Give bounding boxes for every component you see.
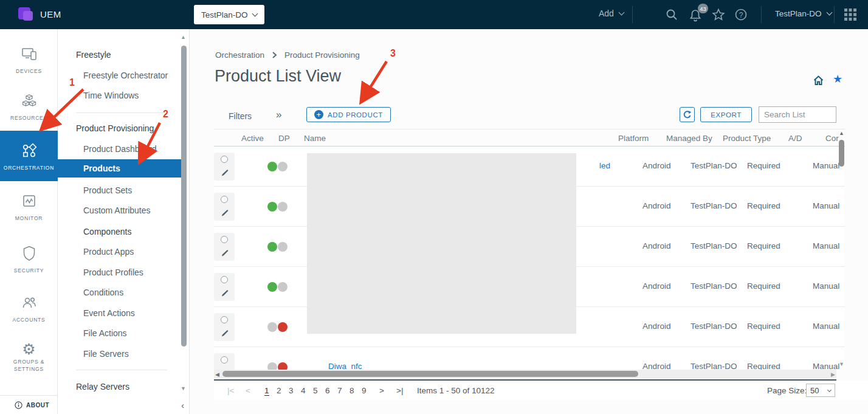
add-product-button[interactable]: + ADD PRODUCT: [306, 107, 391, 122]
edit-pencil-icon[interactable]: [220, 249, 229, 258]
help-icon[interactable]: ?: [734, 8, 748, 21]
row-radio[interactable]: [221, 236, 228, 243]
nav-item-conditions[interactable]: Conditions: [83, 288, 123, 297]
first-page-button[interactable]: |<: [227, 386, 234, 395]
row-tools[interactable]: [214, 353, 235, 370]
breadcrumb-orchestration[interactable]: Orchestration: [215, 50, 264, 60]
nav-item-product-profiles[interactable]: Product Profiles: [83, 267, 143, 277]
page-1[interactable]: 1: [264, 386, 269, 396]
sidebar-item-groups-settings[interactable]: ⚙ GROUPS & SETTINGS: [0, 341, 58, 373]
page-6[interactable]: 6: [325, 386, 330, 395]
row-tools[interactable]: [214, 193, 235, 221]
page-7[interactable]: 7: [337, 386, 342, 395]
edit-pencil-icon[interactable]: [220, 209, 229, 218]
sidebar-item-resources[interactable]: RESOURCES: [0, 93, 58, 121]
sidebar-item-security[interactable]: SECURITY: [0, 245, 58, 274]
col-platform[interactable]: Platform: [618, 134, 649, 143]
next-page-button[interactable]: >: [379, 386, 384, 395]
row-tools[interactable]: [214, 273, 235, 301]
row-radio[interactable]: [221, 276, 228, 283]
page-8[interactable]: 8: [350, 386, 354, 395]
nav-item-freestyle-orchestrator[interactable]: Freestyle Orchestrator: [83, 71, 168, 80]
row-tools[interactable]: [214, 313, 235, 341]
nav-item-time-windows[interactable]: Time Windows: [83, 91, 139, 100]
sidebar-item-accounts[interactable]: ACCOUNTS: [0, 295, 58, 323]
filters-expand-icon[interactable]: »: [276, 109, 281, 121]
edit-pencil-icon[interactable]: [220, 329, 229, 338]
row-radio[interactable]: [221, 156, 228, 163]
cell-platform: Android: [642, 241, 671, 250]
horizontal-scrollbar-thumb[interactable]: [222, 371, 638, 377]
nav-item-products[interactable]: Products: [58, 159, 184, 178]
nav-item-product-sets[interactable]: Product Sets: [83, 185, 132, 195]
organization-group-selector[interactable]: TestPlan-DO: [194, 5, 264, 24]
row-tools[interactable]: [214, 153, 235, 181]
nav-scrollbar-thumb[interactable]: [181, 46, 187, 347]
home-icon[interactable]: [813, 75, 824, 85]
collapse-nav-icon[interactable]: ‹: [181, 400, 184, 410]
uem-logo-icon: [18, 6, 35, 23]
col-ad[interactable]: A/D: [788, 134, 802, 143]
col-dp[interactable]: DP: [278, 134, 290, 143]
nav-item-custom-attributes[interactable]: Custom Attributes: [83, 205, 151, 215]
scroll-up-icon[interactable]: ▲: [181, 34, 186, 40]
col-managed-by[interactable]: Managed By: [666, 134, 712, 143]
scroll-up-icon[interactable]: ▲: [839, 130, 844, 136]
nav-item-product-dashboard[interactable]: Product Dashboard: [83, 144, 157, 154]
row-radio[interactable]: [221, 356, 228, 364]
active-status-dot[interactable]: [267, 162, 277, 171]
col-active[interactable]: Active: [241, 134, 264, 143]
page-2[interactable]: 2: [277, 386, 281, 395]
horizontal-scrollbar[interactable]: ◀ ▶: [214, 370, 836, 378]
page-5[interactable]: 5: [313, 386, 318, 395]
nav-item-file-actions[interactable]: File Actions: [83, 328, 127, 338]
search-list-input[interactable]: [759, 106, 836, 123]
app-grid-icon[interactable]: [844, 8, 857, 21]
row-radio[interactable]: [221, 196, 228, 203]
nav-item-file-servers[interactable]: File Servers: [83, 349, 129, 359]
edit-pencil-icon[interactable]: [220, 168, 229, 178]
favorites-star-icon[interactable]: [712, 8, 725, 21]
favorite-star-icon[interactable]: ★: [833, 72, 842, 86]
table-row[interactable]: Diwa_nfc Android TestPlan-DO Required Ma…: [214, 347, 845, 370]
page-3[interactable]: 3: [289, 386, 294, 395]
col-product-type[interactable]: Product Type: [723, 134, 771, 143]
scroll-down-icon[interactable]: ▼: [181, 385, 186, 392]
product-name-tail[interactable]: led: [599, 161, 610, 170]
scroll-right-icon[interactable]: ▶: [831, 371, 835, 378]
breadcrumb-product-provisioning[interactable]: Product Provisioning: [284, 50, 360, 60]
last-page-button[interactable]: >|: [396, 386, 403, 395]
export-button[interactable]: EXPORT: [700, 107, 752, 122]
sidebar-item-devices[interactable]: DEVICES: [0, 46, 58, 74]
product-name-link[interactable]: Diwa_nfc: [328, 362, 362, 370]
active-status-dot[interactable]: [267, 202, 277, 212]
vertical-scrollbar-thumb[interactable]: [839, 140, 844, 167]
nav-item-product-apps[interactable]: Product Apps: [83, 247, 134, 257]
row-tools[interactable]: [214, 233, 235, 261]
scroll-left-icon[interactable]: ◀: [215, 371, 219, 378]
refresh-button[interactable]: [680, 107, 695, 122]
page-size-select[interactable]: 50: [806, 384, 835, 397]
prev-page-button[interactable]: <: [246, 386, 250, 395]
account-selector[interactable]: TestPlan-DO: [775, 9, 832, 18]
active-status-dot[interactable]: [267, 282, 277, 292]
page-9[interactable]: 9: [362, 386, 367, 395]
col-compliance-truncated[interactable]: Cor: [825, 134, 839, 143]
filters-toggle[interactable]: Filters: [229, 111, 252, 121]
sidebar-item-orchestration[interactable]: ORCHESTRATION: [0, 131, 58, 181]
active-status-dot[interactable]: [267, 362, 277, 370]
about-button[interactable]: ABOUT: [0, 395, 58, 414]
page-4[interactable]: 4: [301, 386, 306, 395]
edit-pencil-icon[interactable]: [220, 289, 229, 298]
sidebar-label: ACCOUNTS: [0, 317, 58, 323]
nav-item-event-actions[interactable]: Event Actions: [83, 308, 135, 318]
scroll-down-icon[interactable]: ▼: [839, 361, 844, 367]
col-name[interactable]: Name: [304, 134, 326, 143]
active-status-dot[interactable]: [267, 242, 277, 252]
active-status-dot[interactable]: [267, 322, 277, 332]
row-radio[interactable]: [221, 316, 228, 323]
add-menu[interactable]: Add: [599, 9, 624, 18]
vertical-scrollbar[interactable]: ▲ ▼: [838, 130, 846, 367]
search-icon[interactable]: [665, 8, 678, 21]
sidebar-item-monitor[interactable]: MONITOR: [0, 193, 58, 221]
